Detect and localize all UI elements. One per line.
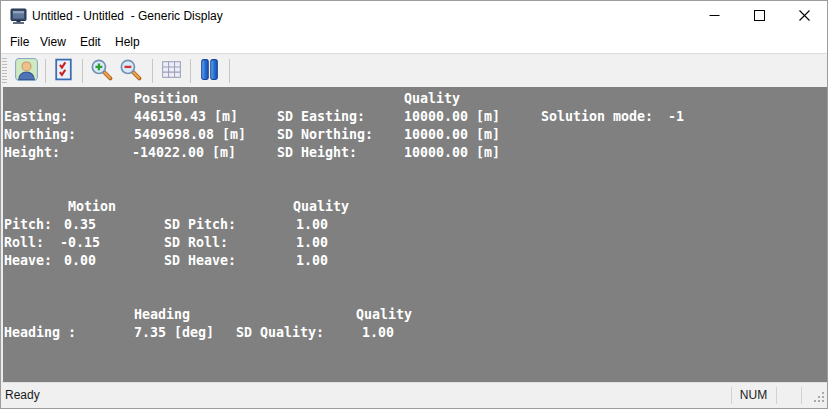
window-title: Untitled - Untitled - Generic Display (32, 1, 223, 31)
sd-quality-label: SD Quality: (236, 324, 324, 342)
title-bar[interactable]: Untitled - Untitled - Generic Display (1, 1, 827, 31)
height-label: Height: (4, 144, 60, 162)
menu-help[interactable]: Help (112, 31, 143, 53)
solution-mode-label: Solution mode: (541, 108, 653, 126)
user-button[interactable] (12, 56, 40, 85)
sd-height-label: SD Height: (277, 144, 357, 162)
pitch-value: 0.35 (64, 216, 96, 234)
easting-value: 446150.43 [m] (134, 108, 238, 126)
motion-section-title: Motion (68, 198, 116, 216)
sd-pitch-label: SD Pitch: (164, 216, 236, 234)
heading-label: Heading : (4, 324, 76, 342)
pause-button[interactable] (195, 56, 223, 85)
status-message: Ready (5, 383, 40, 407)
zoom-in-icon (89, 57, 114, 85)
resize-grip[interactable] (813, 391, 826, 407)
sd-easting-label: SD Easting: (277, 108, 365, 126)
heave-value: 0.00 (64, 252, 96, 270)
heave-label: Heave: (4, 252, 52, 270)
solution-mode-value: -1 (668, 108, 684, 126)
sd-quality-value: 1.00 (362, 324, 394, 342)
close-icon (799, 9, 810, 24)
toolbar-separator (82, 59, 83, 83)
sd-easting-value: 10000.00 [m] (404, 108, 500, 126)
northing-value: 5409698.08 [m] (134, 126, 246, 144)
motion-quality-title: Quality (293, 198, 349, 216)
checklist-button[interactable] (49, 56, 77, 85)
close-button[interactable] (782, 1, 827, 31)
roll-label: Roll: (4, 234, 44, 252)
minimize-icon (709, 9, 720, 24)
northing-label: Northing: (4, 126, 76, 144)
position-quality-title: Quality (404, 90, 460, 108)
heading-value: 7.35 [deg] (134, 324, 214, 342)
toolbar-separator (190, 59, 191, 83)
toolbar-separator (45, 59, 46, 83)
sd-roll-label: SD Roll: (164, 234, 228, 252)
sd-roll-value: 1.00 (296, 234, 328, 252)
toolbar-gripper[interactable] (2, 58, 7, 84)
grid-button[interactable] (157, 56, 185, 85)
heading-quality-title: Quality (356, 306, 412, 324)
toolbar (1, 53, 827, 87)
num-lock-indicator: NUM (731, 383, 776, 407)
zoom-out-button[interactable] (116, 56, 144, 85)
maximize-button[interactable] (737, 1, 782, 31)
app-window-icon (10, 7, 28, 25)
statusbar-separator (776, 387, 777, 404)
app-window: Untitled - Untitled - Generic Display Fi… (0, 0, 828, 409)
sd-pitch-value: 1.00 (296, 216, 328, 234)
minimize-button[interactable] (692, 1, 737, 31)
checklist-icon (51, 57, 76, 85)
display-area: Position Quality Easting: 446150.43 [m] … (1, 87, 827, 384)
easting-label: Easting: (4, 108, 68, 126)
statusbar-separator (801, 387, 802, 404)
roll-value: -0.15 (60, 234, 100, 252)
sd-height-value: 10000.00 [m] (404, 144, 500, 162)
user-icon (14, 57, 39, 85)
zoom-out-icon (118, 57, 143, 85)
pause-icon (197, 57, 222, 85)
sd-northing-label: SD Northing: (277, 126, 373, 144)
pitch-label: Pitch: (4, 216, 52, 234)
maximize-icon (754, 9, 765, 24)
toolbar-separator (229, 59, 230, 83)
menu-file[interactable]: File (7, 31, 32, 53)
position-section-title: Position (134, 90, 198, 108)
sd-heave-label: SD Heave: (164, 252, 236, 270)
zoom-in-button[interactable] (87, 56, 115, 85)
grid-icon (159, 57, 184, 85)
toolbar-separator (152, 59, 153, 83)
menu-view[interactable]: View (37, 31, 69, 53)
sd-heave-value: 1.00 (296, 252, 328, 270)
menu-bar: File View Edit Help (1, 31, 827, 53)
heading-section-title: Heading (134, 306, 190, 324)
status-bar: Ready NUM (1, 382, 827, 408)
client-left-edge (1, 87, 3, 384)
height-value: -14022.00 [m] (132, 144, 236, 162)
sd-northing-value: 10000.00 [m] (404, 126, 500, 144)
menu-edit[interactable]: Edit (77, 31, 104, 53)
